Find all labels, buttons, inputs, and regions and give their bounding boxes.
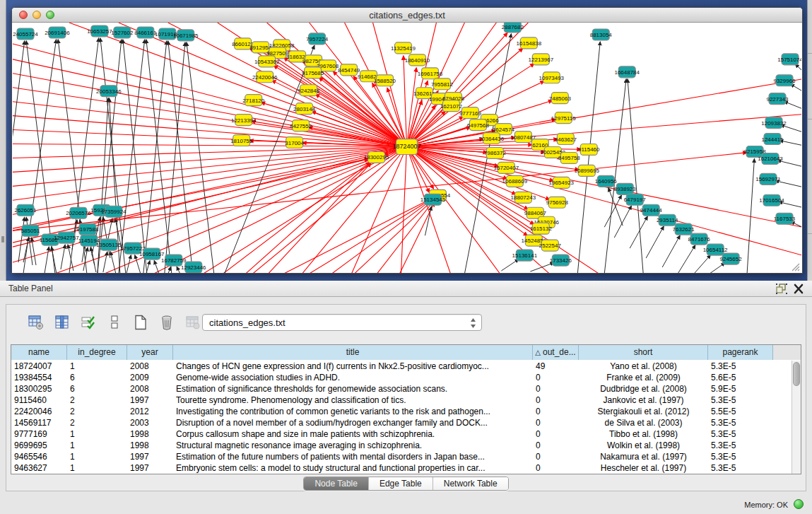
left-panel-edge	[0, 0, 6, 281]
graph-node-label: 18807243	[511, 194, 536, 201]
graph-node-label: 9884067	[524, 210, 547, 216]
graph-node-label: 9245652	[720, 256, 743, 262]
new-table-icon[interactable]	[132, 314, 149, 331]
table-cell: 5.3E-5	[708, 440, 773, 451]
import-table-icon[interactable]	[184, 314, 201, 331]
graph-node-label: 1588520	[374, 78, 396, 84]
close-panel-icon[interactable]	[792, 283, 805, 295]
table-select-value: citations_edges.txt	[209, 317, 286, 328]
graph-node-label: 8454749	[338, 67, 360, 74]
table-cell: Hescheler et al. (1997)	[579, 462, 708, 474]
table-cell: 9777169	[11, 428, 67, 440]
table-mode-icon[interactable]	[28, 314, 45, 331]
window-resize-grip[interactable]	[790, 262, 800, 271]
graph-node-label: 15136141	[512, 252, 538, 259]
table-cell: 0	[533, 462, 579, 474]
table-cell: 9699695	[11, 440, 67, 451]
graph-node-label: 2718120	[242, 98, 265, 104]
table-cell: Investigating the contribution of common…	[173, 406, 533, 417]
table-row[interactable]: 911546021997Tourette syndrome. Phenomeno…	[11, 395, 792, 406]
table-body: 1872400712008Changes of HCN gene express…	[11, 361, 792, 474]
table-select-dropdown[interactable]: citations_edges.txt	[202, 314, 482, 331]
table-cell: 2	[67, 395, 127, 406]
table-row[interactable]: 977716911998Corpus callosum shape and si…	[11, 428, 792, 440]
window-titlebar[interactable]: citations_edges.txt	[12, 8, 802, 23]
graph-node-label: 7632621	[673, 226, 695, 233]
delete-table-icon[interactable]	[158, 314, 175, 331]
graph-node-label: 20053346	[96, 88, 122, 95]
row-height-icon[interactable]	[106, 314, 123, 331]
tab-node-table[interactable]: Node Table	[304, 477, 368, 490]
table-cell: 19384554	[11, 372, 67, 383]
graph-node-label: 19654923	[549, 180, 575, 186]
table-cell: Corpus callosum shape and size in male p…	[173, 428, 533, 440]
table-cell: 0	[533, 428, 579, 440]
graph-node-label: 9227343	[767, 96, 789, 103]
table-row[interactable]: 1938455462009Genome-wide association stu…	[11, 372, 792, 383]
table-row[interactable]: 969969511998Structural magnetic resonanc…	[11, 440, 792, 451]
divider	[808, 53, 812, 54]
table-cell: 5.3E-5	[708, 395, 773, 406]
graph-node-label: 6479197	[624, 197, 647, 203]
column-header-short[interactable]: short	[579, 345, 708, 360]
table-row[interactable]: 1830029562008Estimation of significance …	[11, 383, 792, 395]
graph-node-label: 16210643	[758, 156, 783, 162]
scrollbar-thumb[interactable]	[793, 362, 800, 386]
graph-node-label: 17016504	[759, 197, 784, 204]
graph-node-label: 7986372	[484, 150, 507, 156]
graph-node-label: 10653257	[87, 28, 112, 35]
network-desktop: citations_edges.txt 18724007183002951938…	[0, 0, 812, 281]
table-row[interactable]: 1872400712008Changes of HCN gene express…	[11, 361, 792, 372]
tab-edge-table[interactable]: Edge Table	[368, 477, 433, 490]
table-row[interactable]: 946362711997Embryonic stem cells: a mode…	[11, 462, 792, 474]
tab-network-table[interactable]: Network Table	[433, 477, 508, 490]
column-header-year[interactable]: year	[127, 345, 173, 360]
table-cell: 22420046	[11, 406, 67, 417]
column-visibility-icon[interactable]	[54, 314, 71, 331]
row-selection-icon[interactable]	[80, 314, 97, 331]
table-row[interactable]: 2242004622012Investigating the contribut…	[11, 406, 792, 417]
graph-node-label: 12923446	[181, 264, 206, 271]
table-cell: 5.9E-5	[708, 383, 773, 395]
graph-node-label: 8466161	[134, 30, 157, 36]
graph-node-label: 16782759	[161, 257, 187, 264]
graph-node-label: 22420046	[252, 74, 278, 81]
table-cell: Nakamura et al. (1997)	[579, 451, 708, 462]
graph-node-label: 10958167	[139, 251, 165, 257]
graph-node-label: 3624574	[493, 127, 515, 133]
graph-node-label: 8938923	[614, 186, 637, 192]
table-cell: 1	[67, 428, 127, 440]
table-cell: 2012	[127, 406, 173, 417]
table-cell: 6	[67, 383, 127, 395]
graph-node-label: 10671985	[173, 33, 199, 39]
table-cell: Tourette syndrome. Phenomenology and cla…	[173, 395, 533, 406]
table-cell: 2008	[127, 361, 173, 372]
table-row[interactable]: 946554611997Estimation of the future num…	[11, 451, 792, 462]
column-header-name[interactable]: name	[11, 345, 67, 360]
graph-node-label: 2522547	[539, 243, 562, 249]
graph-node-label: 16648784	[614, 69, 640, 76]
table-cell: 0	[533, 451, 579, 462]
column-header-title[interactable]: title	[173, 345, 533, 360]
graph-node-label: 1640956	[595, 178, 618, 185]
table-row[interactable]: 1456911722003Disruption of a novel membe…	[11, 417, 792, 428]
graph-node-label: 18724007	[393, 144, 421, 151]
graph-node-label: 13505135	[96, 242, 122, 248]
column-header-out-de-[interactable]: △out_de...	[533, 345, 579, 360]
splitter-grip[interactable]	[1, 236, 4, 243]
graph-node-label: 1167533	[774, 216, 796, 222]
network-canvas[interactable]: 1872400718300295193845548660123891295418…	[13, 23, 801, 273]
table-cell: 5.5E-5	[708, 406, 773, 417]
graph-node-label: 9463627	[555, 136, 577, 143]
graph-node-label: 9756928	[546, 199, 569, 206]
column-header-in-degree[interactable]: in_degree	[67, 345, 127, 360]
table-cell: 1997	[127, 451, 173, 462]
table-cell: 2003	[127, 417, 173, 428]
table-cell: 1	[67, 440, 127, 451]
graph-node-label: 18300295	[364, 154, 389, 160]
float-panel-icon[interactable]	[775, 283, 788, 295]
graph-node-label: 20206576	[66, 210, 91, 216]
column-header-pagerank[interactable]: pagerank	[708, 345, 773, 360]
table-scrollbar[interactable]	[792, 361, 801, 474]
table-cell: Yano et al. (2008)	[579, 361, 708, 372]
